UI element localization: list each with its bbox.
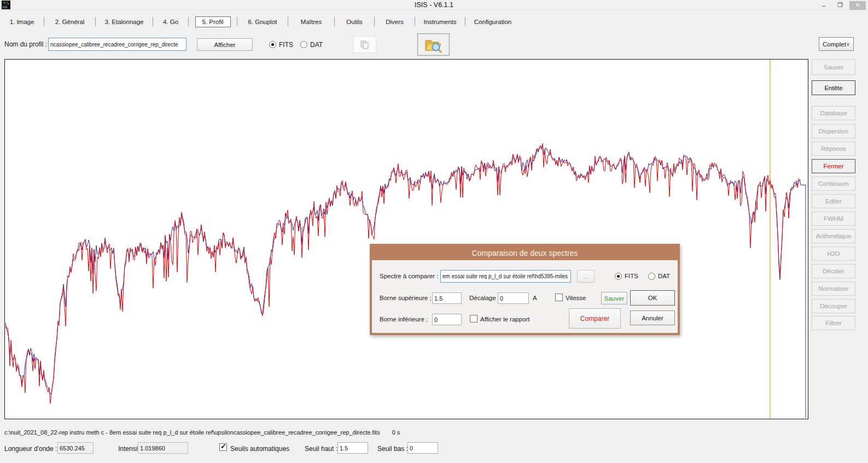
- tab-outils[interactable]: Outils: [335, 15, 374, 28]
- dialog-title[interactable]: Comparaison de deux spectres: [372, 246, 678, 260]
- restore-button[interactable]: ❐: [833, 1, 847, 10]
- tab-divers[interactable]: Divers: [375, 15, 415, 28]
- isis-window: ISIS ISIS - V6.1.1 – ❐ ✕ 1. Image 2. Gén…: [0, 0, 868, 463]
- tab-go[interactable]: 4. Go: [153, 15, 188, 28]
- spectrum-svg: [5, 60, 808, 419]
- seuil-haut-label: Seuil haut :: [305, 445, 337, 453]
- tab-general[interactable]: 2. Général: [44, 15, 95, 28]
- spectrum-plot[interactable]: [4, 59, 808, 419]
- vitesse-checkbox[interactable]: [555, 294, 563, 301]
- sidebar-dispersion-button[interactable]: Dispersion: [812, 124, 855, 138]
- borne-inf-label: Borne inférieure ;: [380, 316, 428, 323]
- afficher-button[interactable]: Afficher: [197, 38, 253, 51]
- sidebar-normaliser-button[interactable]: Normaliser: [812, 282, 855, 296]
- spectre-compare-input[interactable]: em essai suite req p_l_d sur étoile ref\…: [440, 270, 571, 283]
- dialog-sauver-button[interactable]: Sauver: [601, 292, 627, 304]
- annuler-button[interactable]: Annuler: [630, 310, 675, 325]
- tab-etalonnage[interactable]: 3. Etalonnage: [96, 15, 153, 28]
- sidebar-h2o-button[interactable]: H2O: [812, 247, 855, 261]
- combo-value: Complet: [819, 41, 846, 48]
- profile-name-input[interactable]: ncassiopee_calibree_recadree_corrigee_re…: [48, 38, 187, 51]
- sidebar-sauver-button[interactable]: Sauver: [812, 59, 855, 75]
- sidebar-continuum-button[interactable]: Continuum: [812, 177, 855, 191]
- comparison-dialog: Comparaison de deux spectres Spectre à c…: [370, 244, 680, 335]
- tab-maitres[interactable]: Maîtres: [288, 15, 334, 28]
- title-bar: ISIS ISIS - V6.1.1 – ❐ ✕: [0, 0, 868, 10]
- vitesse-label: Vitesse: [566, 295, 586, 301]
- fits-radio-label: FITS: [279, 41, 293, 49]
- seuil-bas-label: Seuil bas :: [377, 445, 408, 453]
- tab-configuration[interactable]: Configuration: [465, 15, 520, 28]
- rapport-label: Afficher le rapport: [480, 316, 530, 323]
- tab-strip: 1. Image 2. Général 3. Etalonnage 4. Go …: [0, 15, 520, 28]
- sidebar-database-button[interactable]: Database: [812, 106, 855, 120]
- minimize-button[interactable]: –: [817, 1, 831, 10]
- window-title: ISIS - V6.1.1: [0, 1, 868, 9]
- sidebar-entete-button[interactable]: Entête: [812, 80, 855, 95]
- comparer-button[interactable]: Comparer: [569, 308, 621, 329]
- spectre-compare-label: Spectre à comparer :: [380, 273, 438, 279]
- dialog-fits-radio[interactable]: [615, 273, 622, 280]
- intensite-value: 1.019860: [138, 442, 188, 454]
- borne-sup-label: Borne supérieure ;: [380, 295, 432, 301]
- sidebar-fermer-button[interactable]: Fermer: [812, 159, 855, 173]
- profile-name-label: Nom du profil :: [4, 40, 47, 48]
- ok-button[interactable]: OK: [630, 290, 675, 306]
- sidebar-arithmetique-button[interactable]: Arithmétique: [812, 229, 855, 243]
- tab-image[interactable]: 1. Image: [0, 15, 44, 28]
- elapsed-time: 0 s: [392, 429, 400, 436]
- seuil-bas-input[interactable]: 0: [407, 442, 438, 454]
- angstrom-unit-label: A: [533, 295, 537, 301]
- seuil-haut-input[interactable]: 1.5: [337, 442, 368, 454]
- display-mode-combo[interactable]: Complet ∨: [819, 37, 854, 51]
- status-line: c:\nuit_2021_08_22-rep instru meth c - 8…: [4, 429, 400, 436]
- fits-radio[interactable]: [269, 41, 276, 48]
- browse-button[interactable]: ...: [577, 270, 595, 283]
- open-profile-button[interactable]: [417, 33, 450, 56]
- chevron-down-icon: ∨: [846, 41, 853, 47]
- decalage-label: Décalage :: [469, 295, 499, 301]
- longueur-value: 6530.245: [57, 442, 94, 454]
- seuils-auto-checkbox[interactable]: [219, 443, 227, 451]
- borne-inf-input[interactable]: 0: [432, 314, 462, 325]
- sidebar-fwhm-button[interactable]: FWHM: [812, 212, 855, 226]
- tab-gnuplot[interactable]: 6. Gnuplot: [237, 15, 288, 28]
- copy-icon: [359, 39, 370, 50]
- sidebar-editer-button[interactable]: Editer: [812, 194, 855, 208]
- seuils-auto-label: Seuils automatiques: [230, 445, 289, 453]
- dialog-fits-label: FITS: [625, 273, 638, 279]
- dat-radio[interactable]: [300, 41, 307, 48]
- tab-profil[interactable]: 5. Profil: [189, 15, 237, 28]
- longueur-label: Longueur d'onde :: [4, 445, 57, 453]
- file-path: c:\nuit_2021_08_22-rep instru meth c - 8…: [4, 429, 380, 436]
- copy-profile-button[interactable]: [353, 36, 376, 53]
- borne-sup-input[interactable]: 1.5: [432, 292, 462, 304]
- dialog-dat-label: DAT: [658, 273, 670, 279]
- sidebar-decaler-button[interactable]: Décaler: [812, 264, 855, 278]
- tab-instruments[interactable]: Instruments: [415, 15, 465, 28]
- rapport-checkbox[interactable]: [470, 315, 477, 323]
- close-button[interactable]: ✕: [849, 1, 866, 10]
- decalage-input[interactable]: 0: [498, 292, 529, 304]
- sidebar-reponse-button[interactable]: Réponse: [812, 142, 855, 156]
- dat-radio-label: DAT: [310, 41, 323, 49]
- folder-search-icon: [424, 37, 444, 53]
- sidebar-filtrer-button[interactable]: Filtrer: [812, 316, 855, 330]
- dialog-dat-radio[interactable]: [648, 273, 655, 280]
- sidebar-decouper-button[interactable]: Découper: [812, 299, 855, 313]
